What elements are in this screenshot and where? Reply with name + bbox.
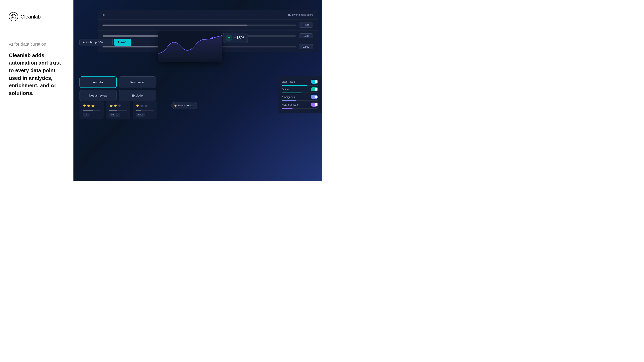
status-dot <box>174 105 176 107</box>
ambiguous-toggle[interactable] <box>311 95 318 99</box>
pii-stars: ★ ★ ★ <box>83 103 100 108</box>
autofix-bar: Auto-fix top: 300 Auto-fix <box>80 39 132 46</box>
col-id-header: Id <box>102 13 126 16</box>
autofix-input-value: Auto-fix top: 300 <box>83 41 103 44</box>
main-copy: Cleanlab adds automation and trust to ev… <box>9 52 64 97</box>
filter-label-ambiguous: Ambiguous <box>282 95 295 98</box>
needs-review-text: Needs review <box>178 104 194 107</box>
left-panel: L Cleanlab AI for data curation. Cleanla… <box>0 0 74 181</box>
filter-label-near-duplicate: Near duplicate <box>282 103 299 106</box>
autofix-button[interactable]: Auto-fix <box>114 39 132 46</box>
toxic-card: ★ ★ ★ Toxic <box>132 100 157 119</box>
logo-area: L Cleanlab <box>9 12 64 21</box>
star-filled: ★ <box>83 103 86 108</box>
keep-as-is-button[interactable]: Keep as is <box>119 76 156 88</box>
autofix-input[interactable]: Auto-fix top: 300 <box>80 39 113 46</box>
ambiguous-progress <box>282 100 318 101</box>
near-duplicate-toggle[interactable] <box>311 103 318 107</box>
table-header: Id Trustworthiness score <box>98 10 318 20</box>
near-duplicate-progress <box>282 108 318 109</box>
cleanlab-logo-icon: L <box>9 12 18 21</box>
star-empty: ★ <box>140 103 144 108</box>
score-badge-3: 0.697 <box>299 44 313 49</box>
arrow-up-icon <box>226 35 232 41</box>
star-filled: ★ <box>109 103 113 108</box>
filter-row-outlier: Outlier <box>282 87 318 91</box>
star-empty: ★ <box>118 103 121 108</box>
score-badge-2: 0.781 <box>299 33 313 38</box>
filter-row-near-duplicate: Near duplicate <box>282 103 318 107</box>
outlier-progress <box>282 92 318 93</box>
filter-label-issue: Label issue <box>282 80 295 83</box>
chart-popup <box>158 31 222 62</box>
label-issue-toggle[interactable] <box>311 80 318 84</box>
tagline: AI for data curation. <box>9 41 64 47</box>
plus15-badge: +15% <box>223 33 248 43</box>
nsfw-card: ★ ★ ★ NSFW <box>106 100 130 119</box>
stars-section: ★ ★ ★ PII ★ ★ ★ NSFW ★ ★ <box>80 100 157 119</box>
filter-row-ambiguous: Ambiguous <box>282 95 318 99</box>
exclude-button[interactable]: Exclude <box>119 90 156 101</box>
svg-point-2 <box>12 15 13 16</box>
svg-point-4 <box>211 37 214 39</box>
star-empty: ★ <box>144 103 148 108</box>
nsfw-progress <box>109 110 127 111</box>
row-id-bar-1 <box>102 24 296 26</box>
col-score-header: Trustworthiness score <box>126 13 313 16</box>
toxic-label: Toxic <box>136 113 145 117</box>
filter-row-label-issue: Label issue <box>282 80 318 84</box>
table-row: 0.881 <box>98 20 318 30</box>
outlier-toggle[interactable] <box>311 87 318 91</box>
star-filled: ★ <box>114 103 117 108</box>
needs-review-button[interactable]: Needs review <box>80 90 117 101</box>
star-filled: ★ <box>91 103 95 108</box>
score-badge-1: 0.881 <box>299 22 313 27</box>
nsfw-label: NSFW <box>109 113 120 117</box>
filter-label-outlier: Outlier <box>282 88 290 91</box>
pii-progress <box>83 110 100 111</box>
toxic-progress <box>136 110 154 111</box>
plus15-text: +15% <box>234 35 244 40</box>
nsfw-stars: ★ ★ ★ <box>109 103 127 108</box>
star-filled: ★ <box>87 103 90 108</box>
pii-label: PII <box>83 113 90 117</box>
star-filled: ★ <box>136 103 140 108</box>
toxic-stars: ★ ★ ★ <box>136 103 154 108</box>
logo-text: Cleanlab <box>20 14 41 20</box>
filter-panel: Label issue Outlier Ambiguous Near dupli… <box>278 76 322 113</box>
right-panel: Id Trustworthiness score 0.881 0.781 0.6… <box>74 0 322 181</box>
action-buttons: Auto-fix Keep as is Needs review Exclude <box>80 76 156 101</box>
autofix-action-button[interactable]: Auto-fix <box>80 76 117 88</box>
label-issue-progress <box>282 85 318 86</box>
pii-card: ★ ★ ★ PII <box>80 100 104 119</box>
needs-review-badge: Needs review <box>171 102 198 109</box>
